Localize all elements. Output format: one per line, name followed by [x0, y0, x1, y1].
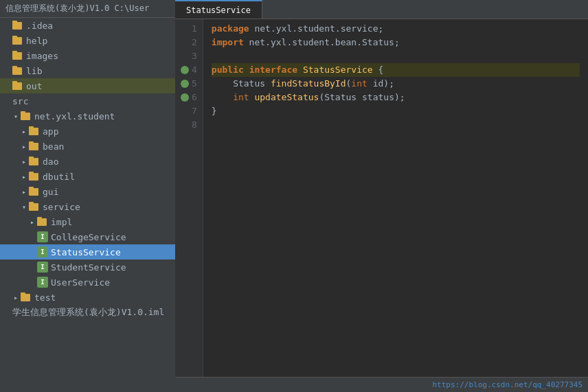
sidebar-item-StudentService[interactable]: IStudentService — [0, 260, 175, 275]
sidebar-item-bean[interactable]: ▸bean — [0, 139, 175, 154]
sidebar-label-CollegeService: CollegeService — [51, 232, 126, 242]
sidebar-header: 信息管理系统(袁小龙)V1.0 C:\User — [0, 0, 175, 18]
sidebar-item-test[interactable]: ▸test — [0, 290, 175, 305]
folder-icon-idea — [12, 21, 23, 30]
sidebar-item-images[interactable]: images — [0, 48, 175, 63]
sidebar-label-test: test — [34, 292, 56, 303]
editor-tabs: StatusService — [175, 0, 588, 19]
line-num-3: 3 — [181, 49, 197, 63]
line-number-text-1: 1 — [192, 22, 197, 36]
arrow-icon-net-yxl-student: ▾ — [11, 113, 21, 120]
sidebar-label-gui: gui — [43, 187, 58, 197]
folder-icon-impl — [37, 217, 48, 227]
sidebar-item-CollegeService[interactable]: ICollegeService — [0, 229, 175, 244]
sidebar-label-StatusService: StatusService — [51, 247, 121, 257]
folder-icon-images — [12, 51, 23, 60]
interface-icon-UserService: I — [37, 277, 48, 288]
line-number-text-8: 8 — [192, 118, 197, 132]
folder-icon-test — [21, 292, 32, 302]
sidebar-label-iml-file: 学生信息管理系统(袁小龙)V1.0.iml — [12, 306, 164, 319]
arrow-icon-gui: ▸ — [19, 188, 29, 196]
sidebar-label-src: src — [12, 96, 28, 106]
folder-icon-lib — [12, 66, 23, 76]
folder-icon-app — [29, 126, 40, 136]
sidebar-label-StudentService: StudentService — [51, 262, 126, 273]
sidebar-item-StatusService[interactable]: IStatusService — [0, 244, 175, 260]
line-num-6: 6 — [181, 91, 197, 104]
status-bar: https://blog.csdn.net/qq_40277345 — [175, 377, 588, 392]
status-url: https://blog.csdn.net/qq_40277345 — [432, 380, 583, 389]
interface-icon-StudentService: I — [37, 262, 48, 273]
sidebar-item-UserService[interactable]: IUserService — [0, 275, 175, 290]
sidebar-item-idea[interactable]: .idea — [0, 18, 175, 33]
sidebar-label-images: images — [26, 51, 58, 61]
line-num-4: 4 — [181, 63, 197, 77]
sidebar-item-dbutil[interactable]: ▸dbutil — [0, 169, 175, 184]
code-area: 12345678 package net.yxl.student.service… — [175, 19, 588, 377]
arrow-icon-dao: ▸ — [19, 158, 29, 165]
code-line-6: int updateStatus(Status status); — [212, 91, 580, 104]
sidebar-label-dao: dao — [43, 157, 58, 167]
sidebar-label-lib: lib — [26, 66, 42, 76]
code-line-1: package net.yxl.student.service; — [212, 22, 580, 36]
sidebar-label-impl: impl — [51, 217, 72, 227]
sidebar-item-dao[interactable]: ▸dao — [0, 154, 175, 169]
editor: StatusService 12345678 package net.yxl.s… — [175, 0, 588, 392]
sidebar-item-impl[interactable]: ▸impl — [0, 214, 175, 229]
code-line-7: } — [212, 104, 580, 118]
sidebar: 信息管理系统(袁小龙)V1.0 C:\User .ideahelpimagesl… — [0, 0, 175, 392]
folder-icon-net-yxl-student — [21, 111, 32, 121]
interface-icon-StatusService: I — [37, 246, 48, 257]
line-num-2: 2 — [181, 36, 197, 49]
sidebar-item-iml-file[interactable]: 学生信息管理系统(袁小龙)V1.0.iml — [0, 305, 175, 320]
sidebar-item-out[interactable]: out — [0, 78, 175, 93]
folder-icon-bean — [29, 141, 40, 151]
sidebar-item-lib[interactable]: lib — [0, 63, 175, 78]
sidebar-item-help[interactable]: help — [0, 33, 175, 48]
arrow-icon-app: ▸ — [19, 128, 29, 135]
arrow-icon-test: ▸ — [11, 294, 21, 301]
line-number-text-2: 2 — [192, 36, 197, 49]
sidebar-label-idea: .idea — [26, 21, 53, 31]
interface-icon-CollegeService: I — [37, 231, 48, 242]
sidebar-label-help: help — [26, 36, 47, 46]
arrow-icon-impl: ▸ — [27, 218, 37, 226]
line-numbers: 12345678 — [175, 19, 203, 377]
line-num-1: 1 — [181, 22, 197, 36]
code-line-3 — [212, 49, 580, 63]
sidebar-label-app: app — [43, 126, 58, 137]
line-num-8: 8 — [181, 118, 197, 132]
sidebar-label-out: out — [26, 81, 42, 91]
sidebar-label-dbutil: dbutil — [43, 172, 75, 182]
arrow-icon-dbutil: ▸ — [19, 173, 29, 181]
code-content: package net.yxl.student.service;import n… — [203, 19, 588, 377]
code-line-5: Status findStatusById(int id); — [212, 77, 580, 91]
sidebar-item-app[interactable]: ▸app — [0, 124, 175, 139]
line-number-text-7: 7 — [192, 104, 197, 118]
tab-status-service[interactable]: StatusService — [175, 0, 262, 19]
folder-icon-service — [29, 202, 40, 211]
line-number-text-5: 5 — [192, 77, 197, 91]
sidebar-item-net-yxl-student[interactable]: ▾net.yxl.student — [0, 108, 175, 124]
code-line-8 — [212, 118, 580, 132]
folder-icon-dao — [29, 157, 40, 166]
folder-icon-out — [12, 81, 23, 91]
gutter-icon-5 — [181, 80, 189, 88]
folder-icon-gui — [29, 187, 40, 196]
sidebar-label-bean: bean — [43, 141, 64, 152]
sidebar-item-src[interactable]: src — [0, 93, 175, 108]
folder-icon-help — [12, 36, 23, 45]
sidebar-item-gui[interactable]: ▸gui — [0, 184, 175, 199]
sidebar-label-net-yxl-student: net.yxl.student — [34, 111, 115, 122]
sidebar-label-service: service — [43, 202, 80, 212]
folder-icon-dbutil — [29, 172, 40, 181]
arrow-icon-bean: ▸ — [19, 143, 29, 150]
gutter-icon-6 — [181, 93, 189, 102]
line-number-text-4: 4 — [192, 63, 197, 77]
line-number-text-6: 6 — [192, 91, 197, 104]
arrow-icon-service: ▾ — [19, 203, 29, 211]
code-line-2: import net.yxl.student.bean.Status; — [212, 36, 580, 49]
code-line-4: public interface StatusService { — [212, 63, 580, 77]
sidebar-label-UserService: UserService — [51, 277, 110, 288]
sidebar-item-service[interactable]: ▾service — [0, 199, 175, 214]
